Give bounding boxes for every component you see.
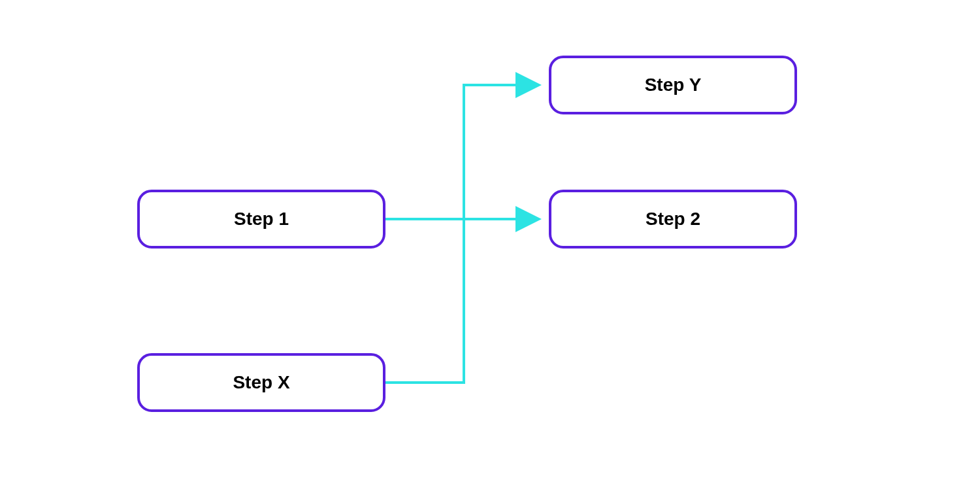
- arrow-stepx-to-stepy: [385, 85, 539, 383]
- node-label: Step 1: [234, 209, 289, 230]
- node-label: Step 2: [645, 209, 700, 230]
- node-label: Step X: [233, 372, 289, 393]
- flow-diagram: Step 1 Step X Step Y Step 2: [0, 0, 980, 497]
- node-step-x: Step X: [137, 353, 385, 412]
- node-step-1: Step 1: [137, 190, 385, 248]
- node-step-y: Step Y: [549, 56, 797, 114]
- connector-lines: [0, 0, 980, 497]
- node-label: Step Y: [645, 75, 702, 95]
- node-step-2: Step 2: [549, 190, 797, 248]
